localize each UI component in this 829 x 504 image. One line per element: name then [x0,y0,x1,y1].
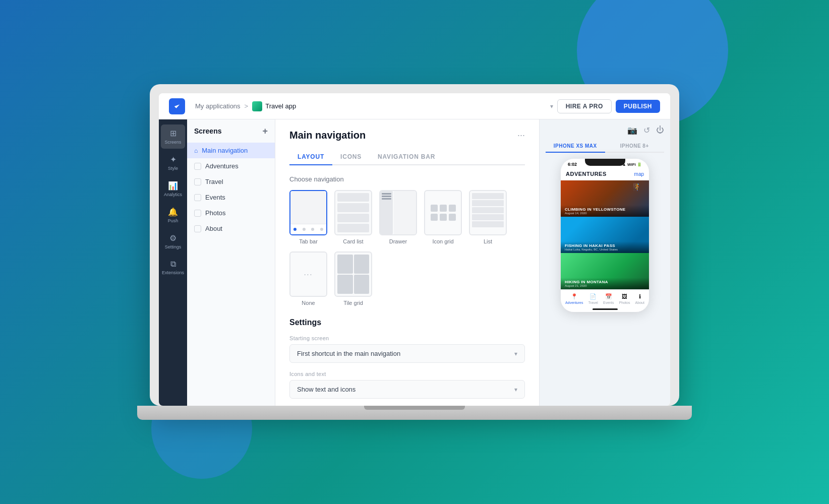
tab-iphone-xs-max[interactable]: IPHONE XS MAX [546,140,605,153]
screen-item-adventures[interactable]: Adventures [187,158,275,174]
starting-screen-value: First shortcut in the main navigation [297,350,400,357]
nav-option-none[interactable]: ··· None [289,251,327,306]
icon-grid [429,203,458,223]
icons-text-field: Icons and text Show text and icons ▾ [289,371,525,399]
image-subtitle-1: August 14, 2020 [565,212,645,215]
sidebar-item-push[interactable]: 🔔 Push [161,203,185,227]
power-icon[interactable]: ⏻ [656,125,664,135]
nav-option-list[interactable]: List [469,190,507,244]
tilegrid-visual [335,253,371,296]
screen-checkbox[interactable] [194,178,201,185]
dropdown-arrow[interactable]: ▾ [550,103,553,110]
image-title-2: FISHING IN HAKAI PASS [565,243,645,248]
icons-text-select[interactable]: Show text and icons ▾ [289,380,525,399]
list-item [472,200,504,206]
drawer-preview [379,190,417,235]
phone-nav-travel[interactable]: 📄 Travel [588,293,598,304]
camera-icon[interactable]: 📷 [627,125,637,135]
none-preview: ··· [289,251,327,297]
phone-nav-photos[interactable]: 🖼 Photos [619,293,630,304]
image-overlay-2: FISHING IN HAKAI PASS Hakai Luka, Negalt… [561,241,649,253]
tab-dot-2 [303,228,306,231]
icongrid-preview [424,190,462,235]
phone-header-title: ADVENTURES [566,171,607,177]
hire-pro-button[interactable]: HIRE A PRO [557,99,612,113]
sidebar-label-analytics: Analytics [164,192,182,197]
publish-button[interactable]: PUBLISH [616,100,660,113]
navigation-options: Tab bar [289,190,525,306]
main-area: ⊞ Screens ✦ Style 📊 Analytics 🔔 [159,119,670,406]
phone-time: 6:02 [568,162,577,167]
nav-option-tabbar[interactable]: Tab bar [289,190,327,244]
nav-option-icongrid[interactable]: Icon grid [424,190,462,244]
screen-checkbox[interactable] [194,163,201,170]
phone-nav-events[interactable]: 📅 Events [603,293,614,304]
phone-nav-adventures[interactable]: 📍 Adventures [565,293,583,304]
starting-screen-select[interactable]: First shortcut in the main navigation ▾ [289,344,525,363]
home-icon: ⌂ [194,147,198,154]
app-icon [252,101,262,111]
screen-label: Travel [205,178,223,185]
image-title-3: HIKING IN MONTANA [565,280,645,284]
status-icons: ▲ WiFi 🔋 [622,162,642,167]
icons-text-value: Show text and icons [297,386,356,393]
tab-layout[interactable]: LAYOUT [289,149,332,165]
phone-images: 🧗 CLIMBING IN YELLOWSTONE August 14, 202… [561,180,649,289]
card-4 [337,224,369,232]
laptop-groove [364,406,465,410]
screens-header: Screens + [187,119,275,143]
screen-checkbox[interactable] [194,194,201,201]
sidebar-item-analytics[interactable]: 📊 Analytics [161,177,185,201]
tile [354,275,370,294]
iphone-mockup: 6:02 ▲ WiFi 🔋 ADVENTURES map [561,159,649,312]
drawer-line-1 [382,193,391,195]
nav-option-drawer[interactable]: Drawer [379,190,417,244]
screen-item-events[interactable]: Events [187,190,275,205]
screen-item-travel[interactable]: Travel [187,174,275,190]
tile [354,255,370,274]
logo-button[interactable] [169,98,185,114]
sidebar-item-settings[interactable]: ⚙ Settings [161,229,185,254]
editor-title: Main navigation [289,130,366,141]
tab-iphone-8-plus[interactable]: IPHONE 8+ [605,140,665,153]
screen-item-about[interactable]: About [187,221,275,236]
sidebar-item-style[interactable]: ✦ Style [161,151,185,175]
nav-option-cardlist[interactable]: Card list [334,190,372,244]
more-options-button[interactable]: ··· [517,130,525,141]
card-3 [337,214,369,222]
phone-nav-about[interactable]: ℹ About [635,293,644,304]
extensions-icon: ⧉ [170,260,176,269]
app-ui: My applications > Travel app ▾ HIRE A PR… [159,93,670,406]
select-arrow-icon-2: ▾ [514,386,517,393]
top-bar-actions: ▾ HIRE A PRO PUBLISH [550,99,660,113]
screen-item-photos[interactable]: Photos [187,205,275,221]
refresh-icon[interactable]: ↺ [643,125,650,135]
screen-checkbox[interactable] [194,210,201,217]
phone-bottom-nav: 📍 Adventures 📄 Travel 📅 [561,289,649,306]
screen-checkbox[interactable] [194,225,201,232]
image-subtitle-2: Hakai Luka, Negaltu, BC, United States [565,248,645,251]
tab-dot-3 [311,228,314,231]
about-nav-icon: ℹ [636,293,643,300]
iphone-notch [585,159,625,166]
list-label: List [484,238,492,244]
travel-nav-icon: 📄 [589,293,597,300]
screen-item-main-navigation[interactable]: ⌂ Main navigation [187,143,275,158]
add-screen-button[interactable]: + [262,127,268,136]
sidebar-label-screens: Screens [164,140,181,145]
analytics-icon: 📊 [168,181,178,191]
breadcrumb-home[interactable]: My applications [195,102,241,110]
sidebar-item-screens[interactable]: ⊞ Screens [161,124,185,149]
tab-icons[interactable]: ICONS [332,149,370,165]
tile [337,255,353,274]
breadcrumb-separator: > [245,102,249,110]
app-name: Travel app [265,102,296,110]
tab-navigation-bar[interactable]: NAVIGATION BAR [370,149,443,165]
list-item [472,193,504,199]
nav-option-tilegrid[interactable]: Tile grid [334,251,372,306]
none-visual: ··· [290,253,326,296]
screen-label: Events [205,194,225,201]
sidebar-item-extensions[interactable]: ⧉ Extensions [161,256,185,279]
phone-nav-label-events: Events [603,301,614,304]
screen-label: Photos [205,209,225,217]
